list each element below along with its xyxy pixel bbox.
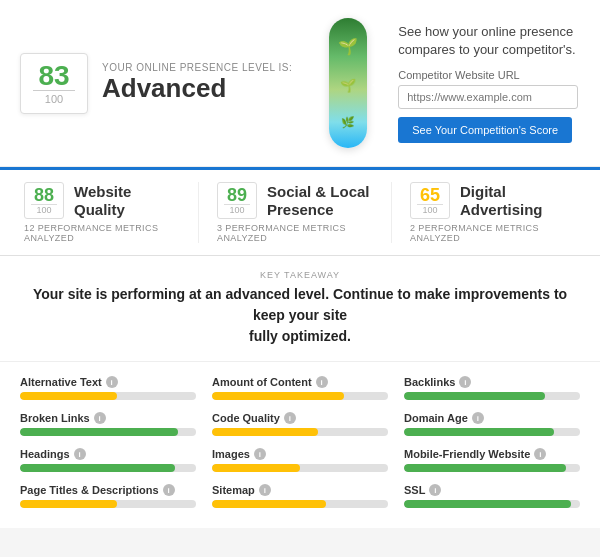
main-score-card: 83 100 (20, 53, 88, 114)
tab-label-1: WebsiteQuality (74, 183, 131, 219)
bar-fill-8 (404, 464, 566, 472)
metric-name-images: Images i (212, 448, 388, 460)
tab-score-num-2: 89 (227, 186, 247, 204)
bar-backlinks (404, 392, 580, 400)
top-section: 83 100 YOUR ONLINE PRESENCE LEVEL IS: Ad… (0, 0, 600, 167)
presence-level: Advanced (102, 73, 292, 104)
presence-label-block: YOUR ONLINE PRESENCE LEVEL IS: Advanced (102, 62, 292, 104)
bar-fill-5 (404, 428, 554, 436)
thermometer: 🌱 🌱 🌿 (329, 18, 367, 148)
bar-fill-1 (212, 392, 344, 400)
competitor-url-input[interactable] (398, 85, 578, 109)
info-icon-8[interactable]: i (534, 448, 546, 460)
metric-alternative-text: Alternative Text i (20, 376, 196, 400)
tab-score-denom-2: 100 (224, 204, 250, 215)
tab-website-quality[interactable]: 88 100 WebsiteQuality 12 PERFORMANCE MET… (16, 182, 199, 243)
metric-headings: Headings i (20, 448, 196, 472)
bar-fill-7 (212, 464, 300, 472)
tab-social-local[interactable]: 89 100 Social & LocalPresence 3 PERFORMA… (209, 182, 392, 243)
tab-top-3: 65 100 DigitalAdvertising (410, 182, 543, 219)
bar-fill-2 (404, 392, 545, 400)
info-icon-7[interactable]: i (254, 448, 266, 460)
bar-code-quality (212, 428, 388, 436)
metric-name-page-titles: Page Titles & Descriptions i (20, 484, 196, 496)
metric-broken-links: Broken Links i (20, 412, 196, 436)
info-icon-5[interactable]: i (472, 412, 484, 424)
plant-icon-mid: 🌱 (340, 78, 356, 93)
metric-name-ssl: SSL i (404, 484, 580, 496)
metric-ssl: SSL i (404, 484, 580, 508)
metric-mobile-friendly: Mobile-Friendly Website i (404, 448, 580, 472)
metric-name-domain-age: Domain Age i (404, 412, 580, 424)
metric-amount-of-content: Amount of Content i (212, 376, 388, 400)
thermometer-marker (372, 80, 380, 90)
tab-score-denom-1: 100 (31, 204, 57, 215)
tab-sub-3: 2 PERFORMANCE METRICS ANALYZED (410, 223, 576, 243)
main-score-denom: 100 (33, 90, 75, 105)
metric-images: Images i (212, 448, 388, 472)
metric-sitemap: Sitemap i (212, 484, 388, 508)
takeaway-label: KEY TAKEAWAY (20, 270, 580, 280)
tab-top-2: 89 100 Social & LocalPresence (217, 182, 370, 219)
bar-alternative-text (20, 392, 196, 400)
tab-sub-1: 12 PERFORMANCE METRICS ANALYZED (24, 223, 190, 243)
bar-fill-4 (212, 428, 318, 436)
metric-name-alternative-text: Alternative Text i (20, 376, 196, 388)
metric-name-amount-content: Amount of Content i (212, 376, 388, 388)
info-icon-9[interactable]: i (163, 484, 175, 496)
bar-fill-11 (404, 500, 571, 508)
tab-digital-advertising[interactable]: 65 100 DigitalAdvertising 2 PERFORMANCE … (402, 182, 584, 243)
thermometer-wrap: 🌱 🌱 🌿 (322, 18, 374, 148)
info-icon-3[interactable]: i (94, 412, 106, 424)
metric-name-sitemap: Sitemap i (212, 484, 388, 496)
plant-icon-top: 🌱 (338, 37, 358, 56)
metric-name-code-quality: Code Quality i (212, 412, 388, 424)
bar-mobile-friendly (404, 464, 580, 472)
tab-sub-2: 3 PERFORMANCE METRICS ANALYZED (217, 223, 383, 243)
info-icon-11[interactable]: i (429, 484, 441, 496)
tab-score-num-3: 65 (420, 186, 440, 204)
info-icon-2[interactable]: i (459, 376, 471, 388)
metric-backlinks: Backlinks i (404, 376, 580, 400)
metrics-grid: Alternative Text i Amount of Content i B… (0, 362, 600, 528)
bar-sitemap (212, 500, 388, 508)
metric-name-broken-links: Broken Links i (20, 412, 196, 424)
metric-name-backlinks: Backlinks i (404, 376, 580, 388)
see-competition-button[interactable]: See Your Competition's Score (398, 117, 572, 143)
tab-label-3: DigitalAdvertising (460, 183, 543, 219)
info-icon-1[interactable]: i (316, 376, 328, 388)
tab-score-card-3: 65 100 (410, 182, 450, 219)
tab-score-card-2: 89 100 (217, 182, 257, 219)
info-icon-4[interactable]: i (284, 412, 296, 424)
bar-headings (20, 464, 196, 472)
metric-name-headings: Headings i (20, 448, 196, 460)
tab-score-denom-3: 100 (417, 204, 443, 215)
takeaway-text: Your site is performing at an advanced l… (20, 284, 580, 347)
tab-score-num-1: 88 (34, 186, 54, 204)
metrics-tabs: 88 100 WebsiteQuality 12 PERFORMANCE MET… (0, 167, 600, 256)
tab-top-1: 88 100 WebsiteQuality (24, 182, 131, 219)
info-icon-6[interactable]: i (74, 448, 86, 460)
bar-amount-content (212, 392, 388, 400)
bar-page-titles (20, 500, 196, 508)
competitor-section: See how your online presencecompares to … (398, 23, 580, 143)
bar-fill-0 (20, 392, 117, 400)
bar-domain-age (404, 428, 580, 436)
info-icon-10[interactable]: i (259, 484, 271, 496)
bar-images (212, 464, 388, 472)
bar-fill-6 (20, 464, 175, 472)
presence-sublabel: YOUR ONLINE PRESENCE LEVEL IS: (102, 62, 292, 73)
metric-page-titles: Page Titles & Descriptions i (20, 484, 196, 508)
metric-name-mobile-friendly: Mobile-Friendly Website i (404, 448, 580, 460)
bar-fill-10 (212, 500, 326, 508)
url-label: Competitor Website URL (398, 69, 580, 81)
info-icon-0[interactable]: i (106, 376, 118, 388)
competitor-title: See how your online presencecompares to … (398, 23, 580, 59)
bar-fill-3 (20, 428, 178, 436)
bar-fill-9 (20, 500, 117, 508)
bar-broken-links (20, 428, 196, 436)
metric-domain-age: Domain Age i (404, 412, 580, 436)
main-score-number: 83 (38, 62, 69, 90)
bar-ssl (404, 500, 580, 508)
takeaway-section: KEY TAKEAWAY Your site is performing at … (0, 256, 600, 362)
